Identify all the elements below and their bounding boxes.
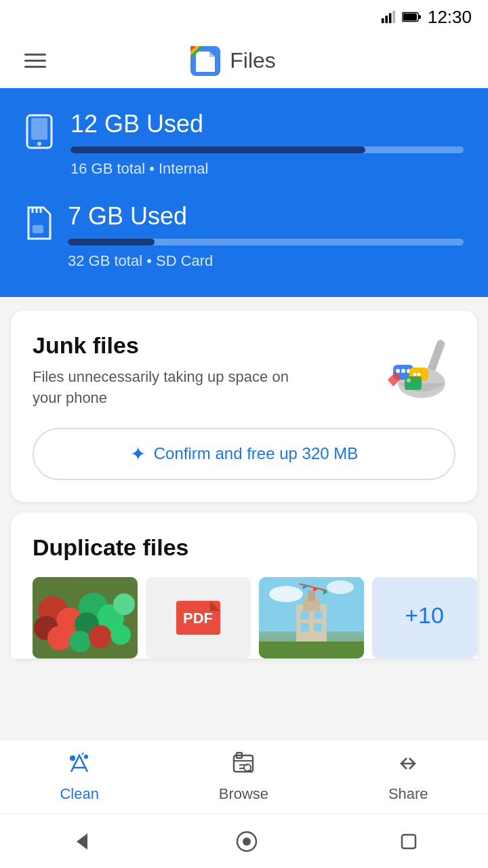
- clean-icon: [67, 751, 92, 781]
- junk-title: Junk files: [33, 332, 290, 359]
- svg-point-24: [401, 369, 405, 373]
- internal-progress-fill: [70, 146, 365, 153]
- sd-storage-item: 7 GB Used 32 GB total • SD Card: [24, 202, 464, 270]
- duplicate-image-apples: [33, 577, 138, 658]
- confirm-free-up-button[interactable]: ✦ Confirm and free up 320 MB: [33, 428, 455, 480]
- svg-point-15: [37, 142, 41, 146]
- svg-rect-59: [314, 623, 322, 631]
- share-label: Share: [388, 785, 428, 803]
- battery-icon: [402, 12, 421, 22]
- sd-progress-fill: [68, 239, 155, 245]
- sd-used-label: 7 GB Used: [68, 202, 464, 231]
- sd-subtitle: 32 GB total • SD Card: [68, 252, 464, 270]
- duplicate-image-pdf: PDF: [146, 577, 251, 658]
- android-recents-button[interactable]: [399, 832, 418, 851]
- svg-point-42: [110, 625, 131, 645]
- svg-rect-5: [418, 15, 421, 19]
- android-navigation-bar: [0, 814, 488, 868]
- status-icons: 12:30: [380, 7, 472, 28]
- clean-label: Clean: [60, 785, 98, 803]
- svg-rect-55: [308, 591, 315, 601]
- svg-text:+10: +10: [405, 602, 444, 628]
- duplicate-files-card: Duplicate files: [11, 513, 477, 658]
- junk-card-header: Junk files Files unnecessarily taking up…: [33, 332, 455, 409]
- browse-label: Browse: [219, 785, 268, 803]
- svg-point-75: [243, 837, 251, 846]
- svg-marker-73: [77, 833, 87, 850]
- nav-item-clean[interactable]: Clean: [39, 745, 119, 810]
- svg-marker-1: [385, 16, 388, 23]
- svg-point-40: [69, 631, 91, 652]
- junk-files-card: Junk files Files unnecessarily taking up…: [11, 311, 477, 502]
- svg-text:PDF: PDF: [183, 610, 213, 627]
- internal-used-label: 12 GB Used: [70, 110, 464, 138]
- sd-progress-bg: [68, 239, 464, 245]
- internal-progress-bg: [70, 146, 464, 153]
- svg-rect-14: [31, 118, 47, 140]
- svg-marker-3: [392, 11, 395, 23]
- internal-storage-info: 12 GB Used 16 GB total • Internal: [70, 110, 464, 178]
- internal-subtitle: 16 GB total • Internal: [70, 160, 464, 178]
- svg-rect-19: [33, 225, 43, 233]
- app-title: Files: [230, 48, 276, 73]
- menu-button[interactable]: [19, 48, 52, 73]
- nav-item-browse[interactable]: Browse: [199, 745, 289, 810]
- junk-description: Files unnecessarily taking up space on y…: [33, 367, 290, 409]
- duplicate-images-row: PDF: [33, 577, 455, 658]
- svg-point-41: [89, 625, 112, 648]
- svg-rect-57: [314, 611, 322, 619]
- svg-rect-76: [402, 835, 415, 848]
- internal-storage-item: 12 GB Used 16 GB total • Internal: [24, 110, 464, 178]
- svg-point-48: [327, 580, 354, 594]
- svg-rect-56: [301, 611, 309, 619]
- android-back-button[interactable]: [70, 829, 94, 854]
- storage-section: 12 GB Used 16 GB total • Internal 7 GB: [0, 88, 488, 297]
- duplicate-title: Duplicate files: [33, 534, 455, 561]
- svg-point-38: [113, 593, 135, 615]
- svg-rect-60: [259, 642, 364, 658]
- duplicate-image-more: +10: [372, 577, 477, 658]
- status-time: 12:30: [428, 7, 472, 28]
- svg-point-63: [70, 755, 75, 761]
- svg-point-28: [418, 373, 421, 376]
- signal-icon: [380, 9, 395, 24]
- junk-illustration: [367, 332, 455, 407]
- svg-point-39: [47, 626, 72, 650]
- junk-text-area: Junk files Files unnecessarily taking up…: [33, 332, 290, 409]
- browse-icon: [231, 751, 256, 781]
- phone-storage-icon: [24, 114, 54, 152]
- svg-point-27: [413, 373, 417, 376]
- share-icon: [396, 751, 420, 781]
- status-bar: 12:30: [0, 0, 488, 34]
- svg-point-47: [269, 586, 303, 602]
- top-bar: Files: [0, 34, 488, 88]
- duplicate-image-tower: [259, 577, 364, 658]
- svg-point-30: [407, 378, 411, 382]
- svg-marker-0: [382, 18, 384, 23]
- app-title-area: Files: [190, 46, 276, 76]
- main-content: 12 GB Used 16 GB total • Internal 7 GB: [0, 88, 488, 787]
- nav-item-share[interactable]: Share: [368, 745, 449, 810]
- sparkle-icon: ✦: [130, 443, 146, 465]
- app-logo: [190, 46, 220, 76]
- sd-storage-info: 7 GB Used 32 GB total • SD Card: [68, 202, 464, 270]
- bottom-navigation: Clean Browse Share: [0, 739, 488, 814]
- confirm-btn-text: Confirm and free up 320 MB: [154, 444, 359, 463]
- svg-marker-2: [389, 14, 392, 24]
- svg-point-23: [396, 369, 400, 373]
- android-home-button[interactable]: [235, 829, 259, 854]
- sd-card-icon: [24, 206, 52, 243]
- svg-rect-6: [403, 14, 417, 20]
- svg-rect-58: [301, 623, 309, 631]
